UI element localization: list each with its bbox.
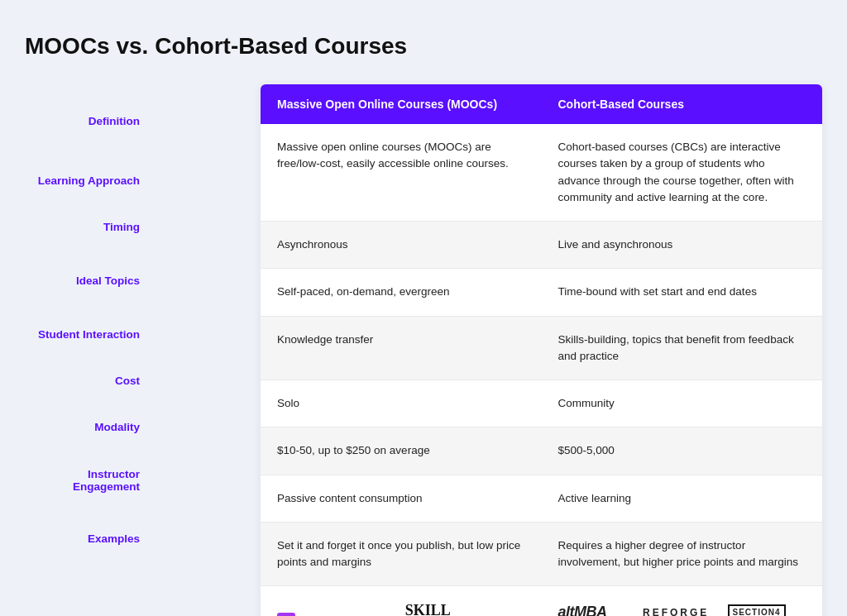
row-label-cost: Cost bbox=[25, 357, 153, 404]
table-row: Set it and forget it once you publish, b… bbox=[261, 522, 822, 586]
cell-col2: Active learning bbox=[542, 475, 823, 522]
cell-col1: Asynchronous bbox=[261, 222, 542, 269]
logo-udemy: u Udemy bbox=[277, 612, 397, 617]
comparison-table: Massive Open Online Courses (MOOCs) Coho… bbox=[261, 84, 822, 616]
cell-col2: Time-bound with set start and end dates bbox=[542, 269, 823, 316]
table-row: AsynchronousLive and asynchronous bbox=[261, 222, 822, 269]
row-label-student-interaction: Student Interaction bbox=[25, 311, 153, 357]
row-label-timing: Timing bbox=[25, 203, 153, 250]
cell-col1: Massive open online courses (MOOCs) are … bbox=[261, 124, 542, 222]
table-row: Passive content consumptionActive learni… bbox=[261, 475, 822, 522]
cell-col1: Solo bbox=[261, 380, 542, 427]
table-row: Knowledge transferSkills-building, topic… bbox=[261, 316, 822, 380]
row-label-instructor-engagement: Instructor Engagement bbox=[25, 450, 153, 511]
cell-col1: Knowledge transfer bbox=[261, 316, 542, 380]
cell-col2: Community bbox=[542, 380, 823, 427]
table-row: $10-50, up to $250 on average$500-5,000 bbox=[261, 427, 822, 475]
row-label-ideal-topics: Ideal Topics bbox=[25, 250, 153, 311]
table-header-row: Massive Open Online Courses (MOOCs) Coho… bbox=[261, 84, 822, 124]
cell-col2: Skills-building, topics that benefit fro… bbox=[542, 316, 823, 380]
row-label-modality: Modality bbox=[25, 404, 153, 450]
table-row: SoloCommunity bbox=[261, 380, 822, 427]
logo-skillshare: SKILLSHAre. bbox=[405, 603, 525, 616]
page-title: MOOCs vs. Cohort-Based Courses bbox=[25, 33, 822, 60]
cell-col2: $500-5,000 bbox=[542, 427, 823, 475]
cell-col1: Self-paced, on-demand, evergreen bbox=[261, 269, 542, 316]
udemy-icon: u bbox=[277, 613, 295, 616]
row-labels: DefinitionLearning ApproachTimingIdeal T… bbox=[25, 84, 153, 616]
examples-col1: u Udemy SKILLSHAre. teach:able Linkedin … bbox=[261, 586, 542, 616]
table-row: Self-paced, on-demand, evergreenTime-bou… bbox=[261, 269, 822, 316]
cell-col2: Cohort-based courses (CBCs) are interact… bbox=[542, 124, 823, 222]
table-row: Massive open online courses (MOOCs) are … bbox=[261, 124, 822, 222]
cell-col2: Live and asynchronous bbox=[542, 222, 823, 269]
col2-header: Cohort-Based Courses bbox=[542, 84, 823, 124]
examples-col2: altMBA REFORGE SECTION4 /ASCEND NASACADE… bbox=[542, 586, 823, 616]
cell-col2: Requires a higher degree of instructor i… bbox=[542, 522, 823, 586]
logo-altmba: altMBA bbox=[558, 601, 637, 616]
row-label-examples: Examples bbox=[25, 511, 153, 616]
cell-col1: Set it and forget it once you publish, b… bbox=[261, 522, 542, 586]
cell-col1: $10-50, up to $250 on average bbox=[261, 427, 542, 475]
table-row: u Udemy SKILLSHAre. teach:able Linkedin … bbox=[261, 586, 822, 616]
cell-col1: Passive content consumption bbox=[261, 475, 542, 522]
row-label-definition: Definition bbox=[25, 84, 153, 157]
col1-header: Massive Open Online Courses (MOOCs) bbox=[261, 84, 542, 124]
row-label-learning-approach: Learning Approach bbox=[25, 157, 153, 203]
logo-reforge: REFORGE bbox=[643, 605, 721, 616]
logo-section4: SECTION4 bbox=[728, 604, 806, 616]
